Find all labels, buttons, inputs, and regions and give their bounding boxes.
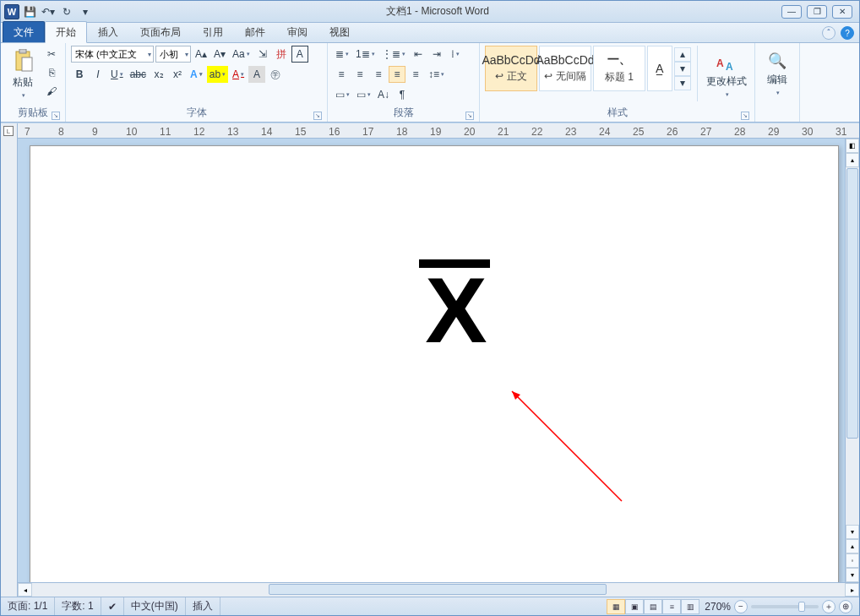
shading-button[interactable]: ▭▾ [333,86,352,103]
strikethrough-button[interactable]: abc [128,66,149,83]
scroll-up-button[interactable]: ▴ [846,153,859,167]
font-size-select[interactable]: 小初 [155,46,191,63]
style-normal[interactable]: AaBbCcDd↩ 正文 [485,46,537,91]
help-button[interactable]: ? [841,26,854,40]
prev-page-button[interactable]: ▴ [846,539,859,553]
font-name-select[interactable]: 宋体 (中文正文 [71,46,154,63]
font-color-button[interactable]: A▾ [230,66,247,83]
char-border-button[interactable]: A [291,46,308,63]
numbering-button[interactable]: 1≣▾ [353,46,378,63]
bullets-button[interactable]: ≣▾ [333,46,351,63]
qat-redo-button[interactable]: ↻ [58,3,75,20]
cut-button[interactable]: ✂ [43,46,60,63]
superscript-button[interactable]: x² [169,66,186,83]
zoom-fit-button[interactable]: ⊕ [839,600,852,613]
minimize-button[interactable]: — [781,5,802,19]
ruler-toggle[interactable]: ◧ [846,139,859,153]
sort-button[interactable]: A↓ [375,86,392,103]
collapse-ribbon-button[interactable]: ˆ [822,26,836,40]
styles-expand[interactable]: ▾ [674,76,691,90]
qat-customize-button[interactable]: ▾ [77,3,94,20]
distribute-button[interactable]: ≡ [407,66,424,83]
text-effects-button[interactable]: A▾ [188,66,205,83]
style-heading-1[interactable]: 一、标题 1 [593,46,645,91]
qat-undo-button[interactable]: ↶▾ [40,3,57,20]
view-draft[interactable]: ▥ [681,599,699,614]
tab-file[interactable]: 文件 [3,21,45,42]
grow-font-button[interactable]: A▴ [193,46,210,63]
zoom-level[interactable]: 270% [705,601,731,613]
tab-view[interactable]: 视图 [318,21,361,42]
bold-button[interactable]: B [71,66,88,83]
char-shading-button[interactable]: A [248,66,265,83]
vertical-scrollbar[interactable]: ◧ ▴ ▾ ▴ ◦ ▾ [845,139,859,582]
close-button[interactable]: ✕ [832,5,852,19]
status-insert-mode[interactable]: 插入 [186,597,220,615]
page[interactable]: X [30,145,839,582]
clipboard-launcher[interactable]: ↘ [52,112,60,120]
zoom-slider-knob[interactable] [798,602,805,612]
horizontal-scrollbar[interactable]: ◂ ▸ [18,582,859,597]
view-full-screen[interactable]: ▣ [625,599,644,614]
font-launcher[interactable]: ↘ [313,112,322,120]
justify-button[interactable]: ≡ [389,66,406,83]
multilevel-list-button[interactable]: ⋮≣▾ [379,46,408,63]
show-marks-button[interactable]: ¶ [394,86,411,103]
italic-button[interactable]: I [90,66,106,83]
tab-review[interactable]: 审阅 [276,21,318,42]
underline-button[interactable]: U▾ [108,66,126,83]
view-web-layout[interactable]: ▤ [644,599,662,614]
maximize-button[interactable]: ❐ [807,5,827,19]
status-language[interactable]: 中文(中国) [124,597,186,615]
styles-launcher[interactable]: ↘ [741,112,749,120]
find-button[interactable]: 🔍 编辑▾ [760,46,794,101]
scroll-right-button[interactable]: ▸ [845,583,859,597]
status-page[interactable]: 页面: 1/1 [1,597,55,615]
styles-scroll-down[interactable]: ▾ [674,62,691,76]
copy-button[interactable]: ⎘ [43,64,60,81]
horizontal-ruler[interactable]: 7891011121314151617181920212223242526272… [18,123,859,139]
borders-button[interactable]: ▭▾ [354,86,373,103]
tab-mailings[interactable]: 邮件 [234,21,276,42]
styles-scroll-up[interactable]: ▴ [674,47,691,62]
style-no-spacing[interactable]: AaBbCcDd↩ 无间隔 [539,46,591,91]
tab-stop-type[interactable]: L [3,126,14,136]
tab-page-layout[interactable]: 页面布局 [129,21,192,42]
scroll-thumb-h[interactable] [269,584,607,595]
shrink-font-button[interactable]: A▾ [211,46,228,63]
status-word-count[interactable]: 字数: 1 [55,597,101,615]
scroll-left-button[interactable]: ◂ [18,583,32,597]
tab-home[interactable]: 开始 [45,21,87,43]
zoom-slider[interactable] [751,605,819,608]
paste-button[interactable]: 粘贴▾ [6,46,40,101]
document-viewport[interactable]: X [18,139,845,582]
zoom-out-button[interactable]: − [734,600,748,613]
phonetic-guide-button[interactable]: 拼 [273,46,290,63]
subscript-button[interactable]: x₂ [150,66,167,83]
align-right-button[interactable]: ≡ [370,66,387,83]
next-page-button[interactable]: ▾ [846,568,859,582]
browse-object-button[interactable]: ◦ [846,553,859,568]
view-outline[interactable]: ≡ [662,599,681,614]
format-painter-button[interactable]: 🖌 [43,83,60,100]
tab-references[interactable]: 引用 [192,21,234,42]
tab-insert[interactable]: 插入 [87,21,129,42]
decrease-indent-button[interactable]: ⇤ [410,46,427,63]
zoom-in-button[interactable]: ＋ [822,600,836,613]
change-styles-button[interactable]: AA 更改样式▾ [704,46,749,101]
style-more[interactable]: A̲ [647,46,672,91]
paragraph-launcher[interactable]: ↘ [465,112,474,120]
align-left-button[interactable]: ≡ [333,66,350,83]
line-spacing-button[interactable]: ↕≡▾ [426,66,447,83]
change-case-button[interactable]: Aa▾ [230,46,253,63]
view-print-layout[interactable]: ▦ [607,599,625,614]
clear-formatting-button[interactable]: ⇲ [254,46,271,63]
asian-layout-button[interactable]: ⁞▾ [447,46,464,63]
scroll-down-button[interactable]: ▾ [846,525,859,539]
qat-save-button[interactable]: 💾 [21,3,38,20]
enclose-char-button[interactable]: ㊫ [267,66,284,83]
highlight-button[interactable]: ab▾ [207,66,228,83]
increase-indent-button[interactable]: ⇥ [428,46,445,63]
status-proofing[interactable]: ✔ [101,597,124,615]
align-center-button[interactable]: ≡ [351,66,368,83]
